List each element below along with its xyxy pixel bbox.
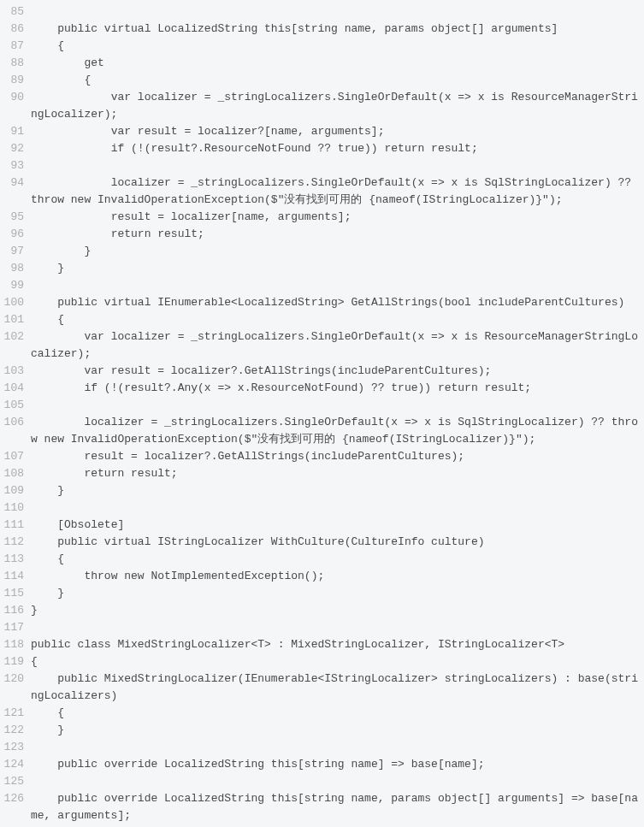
code-row: 103 var result = localizer?.GetAllString… xyxy=(0,363,644,380)
line-number: 97 xyxy=(0,243,31,260)
line-number: 119 xyxy=(0,653,31,670)
line-number: 113 xyxy=(0,551,31,568)
code-row: 114 throw new NotImplementedException(); xyxy=(0,568,644,585)
code-line: public override LocalizedString this[str… xyxy=(31,756,644,773)
line-number: 85 xyxy=(0,3,31,21)
code-line: result = localizer[name, arguments]; xyxy=(31,209,644,226)
code-line: public MixedStringLocalizer(IEnumerable<… xyxy=(31,670,644,705)
code-line: localizer = _stringLocalizers.SingleOrDe… xyxy=(31,174,644,209)
code-row: 85 xyxy=(0,3,644,21)
code-line xyxy=(31,397,644,414)
code-line xyxy=(31,499,644,517)
code-line: get xyxy=(31,55,644,72)
code-line: } xyxy=(31,585,644,602)
code-row: 125 xyxy=(0,773,644,790)
code-row: 100 public virtual IEnumerable<Localized… xyxy=(0,294,644,311)
code-row: 108 return result; xyxy=(0,465,644,482)
code-row: 123 xyxy=(0,739,644,756)
code-line xyxy=(31,739,644,756)
code-line: { xyxy=(31,653,644,670)
code-row: 126 public override LocalizedString this… xyxy=(0,790,644,824)
code-row: 113 { xyxy=(0,551,644,568)
line-number: 86 xyxy=(0,21,31,38)
line-number: 126 xyxy=(0,790,31,824)
code-line: var localizer = _stringLocalizers.Single… xyxy=(31,328,644,363)
code-row: 107 result = localizer?.GetAllStrings(in… xyxy=(0,448,644,465)
code-row: 89 { xyxy=(0,72,644,89)
line-number: 88 xyxy=(0,55,31,72)
line-number: 99 xyxy=(0,277,31,294)
code-row: 122 } xyxy=(0,722,644,739)
code-row: 88 get xyxy=(0,55,644,72)
line-number: 101 xyxy=(0,311,31,328)
code-line: { xyxy=(31,38,644,55)
line-number: 96 xyxy=(0,226,31,243)
line-number: 89 xyxy=(0,72,31,89)
code-row: 112 public virtual IStringLocalizer With… xyxy=(0,534,644,551)
code-line: var result = localizer?.GetAllStrings(in… xyxy=(31,363,644,380)
code-row: 105 xyxy=(0,397,644,414)
code-line: [Obsolete] xyxy=(31,517,644,534)
line-number: 118 xyxy=(0,636,31,653)
code-line: public class MixedStringLocalizer<T> : M… xyxy=(31,636,644,653)
code-row: 117 xyxy=(0,619,644,636)
code-line xyxy=(31,157,644,174)
code-line: throw new NotImplementedException(); xyxy=(31,568,644,585)
code-row: 86 public virtual LocalizedString this[s… xyxy=(0,21,644,38)
code-row: 115 } xyxy=(0,585,644,602)
code-line: { xyxy=(31,311,644,328)
code-row: 93 xyxy=(0,157,644,174)
line-number: 112 xyxy=(0,534,31,551)
line-number: 106 xyxy=(0,414,31,448)
code-row: 111 [Obsolete] xyxy=(0,517,644,534)
code-line: result = localizer?.GetAllStrings(includ… xyxy=(31,448,644,465)
code-line: { xyxy=(31,72,644,89)
line-number: 120 xyxy=(0,670,31,705)
line-number: 115 xyxy=(0,585,31,602)
code-line xyxy=(31,773,644,790)
code-row: 101 { xyxy=(0,311,644,328)
line-number: 117 xyxy=(0,619,31,636)
code-row: 94 localizer = _stringLocalizers.SingleO… xyxy=(0,174,644,209)
code-line: } xyxy=(31,243,644,260)
line-number: 121 xyxy=(0,705,31,722)
code-line: } xyxy=(31,602,644,619)
line-number: 92 xyxy=(0,140,31,157)
code-row: 102 var localizer = _stringLocalizers.Si… xyxy=(0,328,644,363)
code-row: 110 xyxy=(0,499,644,517)
code-row: 109 } xyxy=(0,482,644,499)
line-number: 123 xyxy=(0,739,31,756)
code-line: { xyxy=(31,705,644,722)
code-line: { xyxy=(31,551,644,568)
line-number: 98 xyxy=(0,260,31,277)
code-row: 91 var result = localizer?[name, argumen… xyxy=(0,123,644,140)
code-line: var localizer = _stringLocalizers.Single… xyxy=(31,89,644,123)
code-line: } xyxy=(31,722,644,739)
line-number: 116 xyxy=(0,602,31,619)
line-number: 107 xyxy=(0,448,31,465)
line-number: 91 xyxy=(0,123,31,140)
code-row: 118public class MixedStringLocalizer<T> … xyxy=(0,636,644,653)
code-row: 97 } xyxy=(0,243,644,260)
line-number: 90 xyxy=(0,89,31,123)
line-number: 94 xyxy=(0,174,31,209)
code-row: 124 public override LocalizedString this… xyxy=(0,756,644,773)
code-row: 90 var localizer = _stringLocalizers.Sin… xyxy=(0,89,644,123)
code-line: return result; xyxy=(31,226,644,243)
line-number: 109 xyxy=(0,482,31,499)
line-number: 125 xyxy=(0,773,31,790)
code-line xyxy=(31,3,644,21)
line-number: 93 xyxy=(0,157,31,174)
line-number: 87 xyxy=(0,38,31,55)
code-line: } xyxy=(31,482,644,499)
code-line xyxy=(31,619,644,636)
code-line: return result; xyxy=(31,465,644,482)
line-number: 110 xyxy=(0,499,31,517)
code-row: 96 return result; xyxy=(0,226,644,243)
code-line: localizer = _stringLocalizers.SingleOrDe… xyxy=(31,414,644,448)
line-number: 103 xyxy=(0,363,31,380)
line-number: 100 xyxy=(0,294,31,311)
line-number: 104 xyxy=(0,380,31,397)
code-row: 120 public MixedStringLocalizer(IEnumera… xyxy=(0,670,644,705)
line-number: 102 xyxy=(0,328,31,363)
